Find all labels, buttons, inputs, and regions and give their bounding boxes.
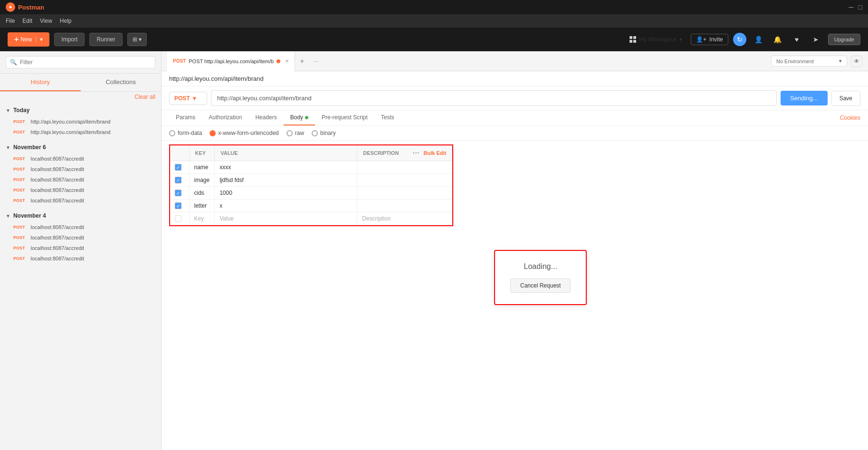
tab-more-button[interactable]: ··· [309, 58, 324, 65]
import-button[interactable]: Import [54, 33, 85, 46]
menu-view[interactable]: View [40, 18, 52, 24]
row3-checkbox[interactable]: ✓ [175, 190, 181, 196]
tab-pre-request[interactable]: Pre-request Script [315, 110, 374, 125]
list-item[interactable]: POST localhost:8087/accredit [0, 232, 161, 243]
group-header-nov4[interactable]: ▼ November 4 [0, 210, 161, 222]
toolbar-right: ↻ 👤 🔔 ♥ ➤ Upgrade [733, 33, 860, 46]
tab-close-button[interactable]: ✕ [285, 58, 289, 64]
list-item[interactable]: POST localhost:8087/accredit [0, 174, 161, 185]
notification-icon[interactable]: 🔔 [771, 33, 784, 46]
maximize-btn[interactable]: □ [858, 3, 862, 11]
method-badge: POST [11, 256, 27, 261]
search-input[interactable] [20, 59, 151, 66]
radio-binary[interactable]: binary [312, 130, 336, 136]
row2-checkbox[interactable]: ✓ [175, 177, 181, 183]
row2-desc[interactable] [357, 174, 452, 187]
history-url: http://api.leyou.com/api/item/brand [31, 129, 111, 135]
history-url: localhost:8087/accredit [31, 245, 85, 251]
env-eye-button[interactable]: 👁 [851, 56, 862, 67]
tab-authorization[interactable]: Authorization [202, 110, 248, 125]
list-item[interactable]: POST localhost:8087/accredit [0, 164, 161, 174]
table-more-button[interactable]: ··· [413, 149, 420, 157]
row5-checkbox[interactable] [175, 215, 181, 222]
tab-history[interactable]: History [0, 74, 81, 91]
row2-value[interactable]: ljdfsd fdsf [215, 174, 357, 187]
list-item[interactable]: POST localhost:8087/accredit [0, 153, 161, 164]
sync-icon[interactable]: ↻ [733, 33, 746, 46]
save-button[interactable]: Save [831, 91, 860, 106]
group-header-nov6[interactable]: ▼ November 6 [0, 141, 161, 153]
menu-edit[interactable]: Edit [22, 18, 32, 24]
row4-key[interactable]: letter [189, 200, 215, 212]
row5-value[interactable]: Value [215, 212, 357, 225]
list-item[interactable]: POST http://api.leyou.com/api/item/brand [0, 127, 161, 137]
heart-icon[interactable]: ♥ [790, 33, 803, 46]
add-tab-button[interactable]: + [295, 57, 309, 66]
tab-tests[interactable]: Tests [374, 110, 401, 125]
new-button[interactable]: + New ▾ [8, 32, 49, 47]
row2-key[interactable]: image [189, 174, 215, 187]
history-group-nov4: ▼ November 4 POST localhost:8087/accredi… [0, 208, 161, 266]
menu-file[interactable]: File [6, 18, 15, 24]
minimize-btn[interactable]: ─ [849, 3, 854, 11]
upgrade-button[interactable]: Upgrade [828, 34, 860, 45]
build-button[interactable]: ⊞ ▾ [127, 33, 147, 46]
list-item[interactable]: POST localhost:8087/accredit [0, 253, 161, 264]
table-row: ✓ letter x [170, 200, 452, 212]
user-icon[interactable]: 👤 [752, 33, 765, 46]
runner-button[interactable]: Runner [89, 33, 122, 46]
method-select[interactable]: POST ▾ [169, 92, 207, 105]
cookies-link[interactable]: Cookies [840, 115, 860, 121]
search-box: 🔍 [6, 56, 155, 68]
window-controls[interactable]: ─ □ [849, 3, 862, 11]
tab-collections[interactable]: Collections [81, 74, 162, 91]
workspace-button[interactable]: My Workspace ▾ [626, 34, 686, 45]
table-row: Key Value Description [170, 212, 452, 225]
row1-desc[interactable] [357, 161, 452, 174]
row4-checkbox[interactable]: ✓ [175, 202, 181, 209]
chevron-nov6: ▼ [6, 145, 10, 150]
cancel-request-button[interactable]: Cancel Request [510, 278, 571, 293]
list-item[interactable]: POST localhost:8087/accredit [0, 243, 161, 253]
radio-urlencoded[interactable]: x-www-form-urlencoded [210, 130, 278, 136]
list-item[interactable]: POST localhost:8087/accredit [0, 222, 161, 232]
row3-key[interactable]: cids [189, 187, 215, 200]
menu-help[interactable]: Help [60, 18, 72, 24]
method-badge: POST [11, 245, 27, 251]
list-item[interactable]: POST localhost:8087/accredit [0, 195, 161, 206]
list-item[interactable]: POST localhost:8087/accredit [0, 185, 161, 195]
row1-key[interactable]: name [189, 161, 215, 174]
content-area: KEY VALUE DESCRIPTION ··· B [162, 141, 868, 450]
url-input[interactable] [211, 90, 777, 106]
radio-raw[interactable]: raw [286, 130, 304, 136]
th-checkbox [170, 145, 189, 161]
form-table-body: ✓ name xxxx ✓ image [170, 161, 452, 225]
row3-value[interactable]: 1000 [215, 187, 357, 200]
request-panel: POST POST http://api.leyou.com/api/item/… [162, 51, 868, 450]
send-icon[interactable]: ➤ [809, 33, 822, 46]
row4-value[interactable]: x [215, 200, 357, 212]
table-header-row: KEY VALUE DESCRIPTION ··· B [170, 145, 452, 161]
radio-form-data[interactable]: form-data [169, 130, 202, 136]
row1-value[interactable]: xxxx [215, 161, 357, 174]
sidebar-tabs: History Collections [0, 74, 161, 92]
bulk-edit-button[interactable]: Bulk Edit [424, 150, 447, 156]
th-key: KEY [189, 145, 215, 161]
environment-dropdown[interactable]: No Environment ▾ [771, 56, 847, 67]
row5-check-cell [170, 212, 189, 225]
row5-desc[interactable]: Description [357, 212, 452, 225]
row5-key[interactable]: Key [189, 212, 215, 225]
tab-params[interactable]: Params [169, 110, 202, 125]
invite-button[interactable]: 👤+ Invite [691, 34, 728, 45]
send-button[interactable]: Sending... [781, 91, 828, 105]
tab-body[interactable]: Body [284, 110, 315, 125]
clear-all-button[interactable]: Clear all [134, 94, 155, 100]
active-tab[interactable]: POST POST http://api.leyou.com/api/item/… [167, 51, 295, 71]
row4-desc[interactable] [357, 200, 452, 212]
new-dropdown-arrow[interactable]: ▾ [36, 36, 43, 43]
tab-headers[interactable]: Headers [248, 110, 283, 125]
row3-desc[interactable] [357, 187, 452, 200]
group-header-today[interactable]: ▼ Today [0, 104, 161, 116]
list-item[interactable]: POST http://api.leyou.com/api/item/brand [0, 116, 161, 127]
row1-checkbox[interactable]: ✓ [175, 164, 181, 171]
